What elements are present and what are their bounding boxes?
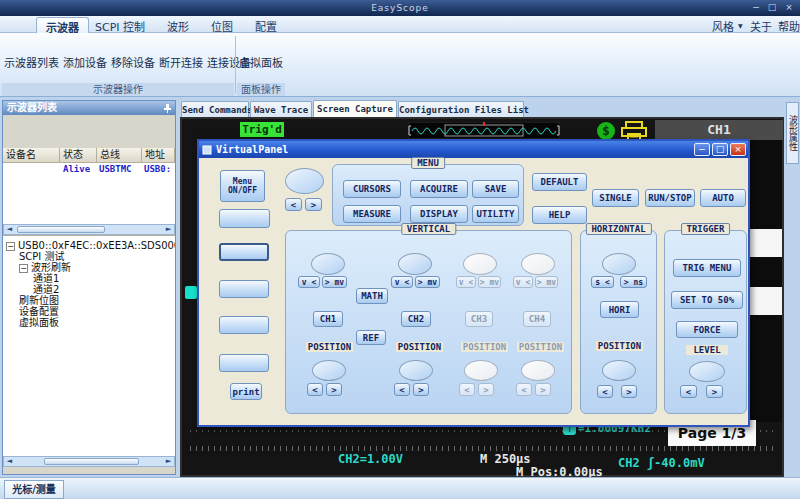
menu-about[interactable]: 关于	[750, 18, 772, 34]
save-button[interactable]: SAVE	[472, 180, 519, 198]
tab-wave-properties[interactable]: 波形属性	[786, 102, 799, 164]
scope-list-button[interactable]: 示波器列表	[2, 49, 61, 75]
scroll-left-icon[interactable]: ◄	[4, 457, 15, 466]
ch1-position-knob[interactable]	[312, 360, 346, 381]
maximize-icon[interactable]: □	[764, 2, 780, 14]
tree-item-root[interactable]: −USB0::0xF4EC::0xEE3A::SDS0000312099	[3, 240, 175, 251]
ribbon-tab-scpi[interactable]: SCPI 控制	[86, 17, 154, 33]
chevron-down-icon[interactable]: ▼	[738, 22, 743, 29]
ch1-position-left-button[interactable]: <	[307, 383, 323, 396]
col-device-name[interactable]: 设备名	[3, 148, 60, 162]
tree-item-device-config[interactable]: 设备配置	[3, 306, 175, 317]
display-button[interactable]: DISPLAY	[410, 205, 468, 223]
dialog-maximize-icon[interactable]: □	[712, 143, 728, 156]
scroll-right-icon[interactable]: ►	[163, 225, 174, 234]
ch2-position-knob[interactable]	[399, 360, 433, 381]
close-icon[interactable]: ×	[781, 2, 797, 14]
ribbon-tab-oscilloscope[interactable]: 示波器	[36, 17, 89, 33]
tab-send-commands[interactable]: Send Commands	[181, 101, 249, 117]
ch1-scale-knob[interactable]	[311, 253, 345, 275]
measure-button[interactable]: MEASURE	[343, 205, 401, 223]
soft-key-button[interactable]	[219, 280, 269, 298]
minimize-icon[interactable]: −	[748, 2, 764, 14]
set-to-50-button[interactable]: SET TO 50%	[671, 291, 743, 309]
col-status[interactable]: 状态	[60, 148, 97, 162]
time-down-button[interactable]: s <	[591, 276, 614, 288]
tab-screen-capture[interactable]: Screen Capture	[313, 100, 397, 117]
force-button[interactable]: FORCE	[676, 321, 738, 338]
ch2-volts-down-button[interactable]: v <	[391, 276, 413, 288]
ch2-button[interactable]: CH2	[401, 311, 431, 327]
soft-key-button[interactable]	[219, 243, 269, 261]
tree-item-channel2[interactable]: 通道2	[3, 284, 175, 295]
menu-style[interactable]: 风格	[712, 18, 734, 34]
soft-menu-box[interactable]	[749, 287, 782, 315]
adjust-right-button[interactable]: >	[305, 198, 322, 211]
ch2-volts-up-button[interactable]: > mv	[415, 276, 440, 288]
horizontal-right-button[interactable]: >	[621, 385, 637, 398]
tree-item-wave-refresh[interactable]: −波形刷新	[3, 262, 175, 273]
tree-item-virtual-panel[interactable]: 虚拟面板	[3, 317, 175, 328]
cursors-button[interactable]: CURSORS	[343, 180, 401, 198]
tree-expander[interactable]: −	[19, 264, 28, 273]
utility-button[interactable]: UTILITY	[472, 205, 519, 223]
menu-help[interactable]: 帮助	[778, 18, 800, 34]
trigger-level-knob[interactable]	[689, 361, 725, 382]
scroll-left-icon[interactable]: ◄	[4, 225, 15, 234]
add-device-button[interactable]: 添加设备	[61, 49, 109, 75]
ch2-scale-knob[interactable]	[398, 253, 432, 275]
soft-key-button[interactable]	[219, 316, 269, 334]
col-bus[interactable]: 总线	[97, 148, 142, 162]
tree-hscrollbar[interactable]: ◄ ►	[3, 456, 175, 467]
single-button[interactable]: SINGLE	[592, 189, 639, 207]
timebase-knob[interactable]	[602, 253, 636, 275]
tab-configuration-files[interactable]: Configuration Files List	[398, 101, 524, 117]
disconnect-button[interactable]: 断开连接	[157, 49, 205, 75]
dialog-minimize-icon[interactable]: −	[694, 143, 710, 156]
trig-menu-button[interactable]: TRIG MENU	[673, 259, 741, 277]
scroll-thumb[interactable]	[17, 226, 105, 233]
run-stop-button[interactable]: RUN/STOP	[645, 189, 695, 207]
hori-button[interactable]: HORI	[600, 301, 639, 318]
soft-menu-box[interactable]	[749, 229, 782, 257]
soft-key-button[interactable]	[219, 209, 270, 228]
tab-wave-trace[interactable]: Wave Trace	[250, 101, 312, 117]
ch2-position-left-button[interactable]: <	[394, 383, 410, 396]
remove-device-button[interactable]: 移除设备	[109, 49, 157, 75]
adjust-knob[interactable]	[285, 168, 324, 194]
table-hscrollbar[interactable]: ◄ ►	[3, 224, 175, 235]
ch2-position-right-button[interactable]: >	[413, 383, 429, 396]
ribbon-tab-wave[interactable]: 波形	[158, 17, 198, 33]
math-button[interactable]: MATH	[356, 288, 388, 304]
ch1-button[interactable]: CH1	[313, 311, 343, 327]
cursor-measure-tab[interactable]: 光标/测量	[4, 480, 64, 499]
scroll-right-icon[interactable]: ►	[163, 457, 174, 466]
acquire-button[interactable]: ACQUIRE	[410, 180, 468, 198]
menu-onoff-button[interactable]: MenuON/OFF	[220, 170, 265, 202]
tree-expander[interactable]: −	[6, 242, 15, 251]
ch1-volts-down-button[interactable]: v <	[298, 276, 320, 288]
trigger-right-button[interactable]: >	[706, 385, 723, 398]
col-address[interactable]: 地址	[142, 148, 175, 162]
trigger-left-button[interactable]: <	[680, 385, 697, 398]
ribbon-tab-config[interactable]: 配置	[246, 17, 286, 33]
auto-button[interactable]: AUTO	[700, 189, 746, 207]
soft-key-button[interactable]	[219, 354, 269, 372]
dialog-close-icon[interactable]: ×	[730, 143, 746, 156]
horizontal-position-knob[interactable]	[602, 360, 636, 381]
pin-icon[interactable]	[163, 103, 172, 113]
horizontal-left-button[interactable]: <	[597, 385, 613, 398]
tree-item-channel1[interactable]: 通道1	[3, 273, 175, 284]
help-button[interactable]: HELP	[532, 206, 587, 224]
default-button[interactable]: DEFAULT	[532, 173, 587, 191]
adjust-left-button[interactable]: <	[285, 198, 302, 211]
time-up-button[interactable]: > ns	[620, 276, 647, 288]
tree-item-scpi-test[interactable]: SCPI 测试	[3, 251, 175, 262]
tree-item-refresh-bitmap[interactable]: 刷新位图	[3, 295, 175, 306]
scroll-thumb[interactable]	[44, 458, 139, 465]
ref-button[interactable]: REF	[356, 330, 386, 345]
ribbon-tab-bitmap[interactable]: 位图	[202, 17, 242, 33]
ch1-position-right-button[interactable]: >	[326, 383, 342, 396]
dialog-titlebar[interactable]: VirtualPanel − □ ×	[199, 141, 748, 158]
ch1-volts-up-button[interactable]: > mv	[322, 276, 347, 288]
